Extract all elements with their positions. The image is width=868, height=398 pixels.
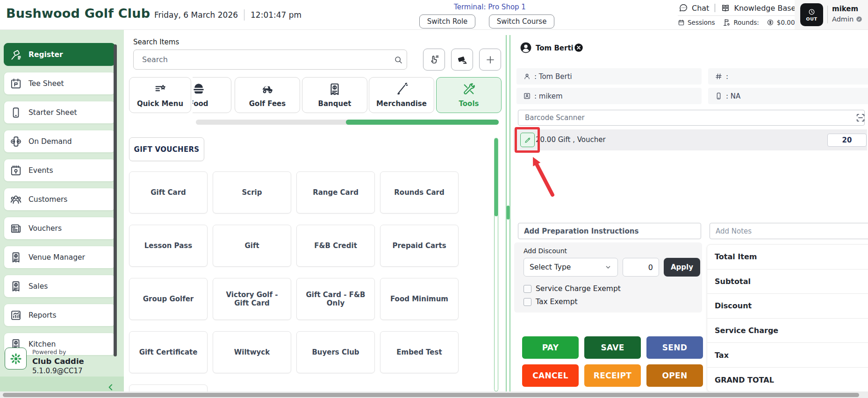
knowledge-base-link[interactable]: Knowledge Base (734, 4, 796, 13)
gift-vouchers-tab[interactable]: GIFT VOUCHERS (129, 137, 204, 161)
category-tab-tools[interactable]: Tools (436, 77, 502, 113)
rounds-stat[interactable]: Rounds: (723, 18, 759, 27)
panel-resize-handle[interactable] (507, 206, 509, 220)
sidebar-item-label: Events (29, 166, 53, 175)
checkbox-service-charge-exempt[interactable]: Service Charge Exempt (524, 284, 621, 294)
send-button[interactable]: SEND (646, 336, 703, 359)
pay-button[interactable]: PAY (522, 336, 579, 359)
scan-icon[interactable] (855, 113, 866, 123)
item-card-rounds-card[interactable]: Rounds Card (380, 171, 459, 213)
item-card-range-card[interactable]: Range Card (296, 171, 375, 213)
page-hscroll-thumb[interactable] (3, 393, 859, 397)
switch-course-button[interactable]: Switch Course (489, 14, 554, 28)
chat-link[interactable]: Chat (692, 4, 709, 13)
sidebar-item-tee-sheet[interactable]: Tee Sheet (4, 72, 115, 95)
item-card-buyers-club[interactable]: Buyers Club (296, 331, 375, 373)
edit-role-icon[interactable] (856, 16, 862, 22)
cancel-button[interactable]: CANCEL (522, 364, 579, 387)
customer-field-value: : (726, 72, 728, 81)
sidebar-item-venue-manager[interactable]: Venue Manager (4, 246, 115, 269)
search-icon (394, 55, 403, 64)
item-card-f-b-credit[interactable]: F&B Credit (296, 225, 375, 267)
page-hscroll-track[interactable] (0, 391, 868, 398)
item-card-victory-golf-gift-card[interactable]: Victory Golf - Gift Card (213, 278, 291, 320)
balance-stat[interactable]: $0.00 (767, 19, 795, 26)
card-swipe-button[interactable] (451, 49, 473, 71)
switch-role-button[interactable]: Switch Role (419, 14, 475, 28)
item-qty-input[interactable] (827, 134, 867, 147)
knowledge-base-icon[interactable] (721, 3, 730, 13)
item-card-group-golfer[interactable]: Group Golfer (129, 278, 208, 320)
item-card-gift-certificate[interactable]: Gift Certificate (129, 331, 208, 373)
item-card-wiltwyck[interactable]: Wiltwyck (213, 331, 291, 373)
barcode-input[interactable] (518, 110, 865, 126)
category-tab-banquet[interactable]: Banquet (302, 77, 367, 113)
item-card-gift-card-f-b-only[interactable]: Gift Card - F&B Only (296, 278, 375, 320)
sessions-link[interactable]: Sessions (678, 19, 715, 26)
chevron-down-icon (604, 263, 612, 271)
checkbox-tax-exempt[interactable]: Tax Exempt (524, 297, 621, 307)
category-scrollbar[interactable] (196, 120, 499, 125)
sidebar-item-label: Venue Manager (29, 253, 85, 262)
save-button[interactable]: SAVE (584, 336, 641, 359)
sidebar-item-register[interactable]: Register (4, 43, 115, 66)
select-item-button[interactable] (423, 49, 445, 71)
open-button[interactable]: OPEN (646, 364, 703, 387)
sidebar: RegisterTee SheetStarter SheetOn DemandE… (0, 29, 124, 398)
sidebar-item-events[interactable]: Events (4, 159, 115, 182)
help-links-divider (715, 4, 715, 12)
item-card-label: Group Golfer (143, 295, 194, 303)
sidebar-item-sales[interactable]: Sales (4, 275, 115, 298)
cart-item-row[interactable]: 20.00 Gift , Voucher (513, 129, 867, 150)
discount-type-select[interactable]: Select Type (524, 258, 618, 277)
catalog-scrollbar-thumb[interactable] (495, 138, 498, 216)
category-tab-food[interactable]: Food (193, 77, 231, 113)
sidebar-item-vouchers[interactable]: Vouchers (4, 217, 115, 240)
customer-field: : NA (708, 88, 868, 104)
discount-amount-input[interactable] (623, 258, 659, 277)
item-card-gift[interactable]: Gift (213, 225, 291, 267)
panel-resize-divider[interactable] (505, 35, 512, 398)
notes-input[interactable] (710, 223, 868, 239)
item-card-label: Gift Card - F&B Only (301, 291, 370, 307)
category-tab-golf-fees[interactable]: Golf Fees (235, 77, 300, 113)
sidebar-item-customers[interactable]: Customers (4, 188, 115, 211)
sidebar-item-starter-sheet[interactable]: Starter Sheet (4, 101, 115, 124)
category-scrollbar-thumb[interactable] (346, 120, 499, 125)
total-row-subtotal: Subtotal20 (707, 270, 868, 294)
remove-customer-icon[interactable] (574, 43, 583, 52)
item-card-prepaid-carts[interactable]: Prepaid Carts (380, 225, 459, 267)
settings-button[interactable] (5, 348, 27, 370)
search-input[interactable] (133, 50, 407, 70)
stats-row: Sessions Rounds: $0.00 (678, 18, 795, 27)
item-card-embed-test[interactable]: Embed Test (380, 331, 459, 373)
sidebar-item-on-demand[interactable]: On Demand (4, 130, 115, 153)
category-tab-merchandise[interactable]: Merchandise (369, 77, 434, 113)
catalog-scrollbar[interactable] (494, 138, 498, 391)
receipt-button[interactable]: RECEIPT (584, 364, 641, 387)
add-item-button[interactable] (479, 49, 501, 71)
plus-icon (485, 54, 496, 65)
item-card-gift-card[interactable]: Gift Card (129, 171, 208, 213)
club-name: Bushwood Golf Club (6, 6, 150, 21)
clock-out-button[interactable]: OUT (800, 3, 823, 26)
sidebar-scrollbar[interactable] (114, 44, 117, 356)
total-row-tax: Tax$ 0 (707, 343, 868, 368)
checkbox-box[interactable] (524, 298, 531, 306)
annotation-highlight-box (515, 127, 540, 153)
item-card-lesson-pass[interactable]: Lesson Pass (129, 225, 208, 267)
apply-discount-button[interactable]: Apply (664, 258, 700, 277)
sidebar-item-label: Customers (29, 195, 67, 204)
item-card-food-minimum[interactable]: Food Minimum (380, 278, 459, 320)
item-card-scrip[interactable]: Scrip (213, 171, 291, 213)
checkbox-box[interactable] (524, 285, 531, 293)
sidebar-item-reports[interactable]: Reports (4, 304, 115, 327)
category-tab-quick-menu[interactable]: Quick Menu (129, 77, 191, 113)
category-label: Merchandise (376, 100, 427, 108)
item-card-label: Gift Certificate (139, 348, 198, 356)
help-links: Chat Knowledge Base (679, 3, 796, 13)
prep-instructions-input[interactable] (518, 223, 701, 239)
voucher-grid: Gift CardScripRange CardRounds CardLesso… (129, 171, 464, 398)
chat-icon[interactable] (679, 3, 688, 13)
total-label: Discount (715, 301, 752, 310)
